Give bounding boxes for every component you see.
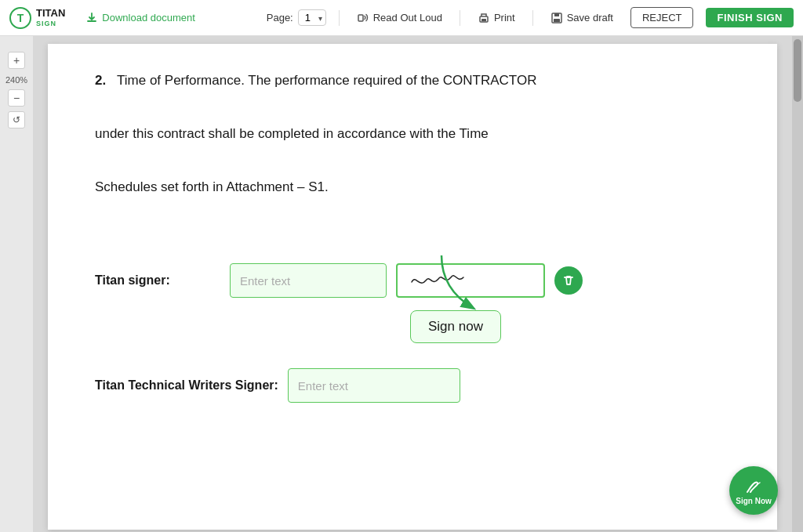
download-icon [85, 12, 98, 24]
save-icon [550, 12, 563, 24]
page-control: Page: 1 2 3 [267, 9, 326, 26]
zoom-in-button[interactable]: + [8, 52, 25, 69]
delete-signature-button[interactable] [554, 266, 583, 295]
print-icon [478, 12, 490, 24]
reject-button[interactable]: REJECT [630, 7, 694, 28]
sign-now-label: Sign now [428, 319, 483, 334]
signer1-text-input[interactable] [230, 263, 387, 298]
spacer [95, 224, 730, 255]
download-label: Download document [102, 12, 195, 24]
finish-sign-button[interactable]: FINISH SIGN [706, 8, 794, 27]
svg-rect-2 [358, 15, 363, 21]
separator2 [460, 10, 460, 26]
save-draft-button[interactable]: Save draft [546, 12, 618, 24]
main-area: + 240% − ↺ 2. Time of Performance. The p… [0, 36, 803, 532]
sign-now-box[interactable]: Sign now [410, 310, 501, 343]
read-aloud-icon [357, 12, 369, 24]
section-2: 2. Time of Performance. The performance … [95, 67, 730, 201]
sign-now-tooltip: Sign now [410, 310, 501, 343]
zoom-out-button[interactable]: − [8, 89, 25, 107]
separator [339, 10, 340, 26]
logo-text: TITAN [36, 8, 65, 19]
page-selector[interactable]: 1 2 3 [298, 9, 326, 26]
logo-sub: SIGN [36, 20, 65, 27]
svg-rect-7 [554, 19, 560, 22]
print-label: Print [494, 12, 515, 24]
titan-logo-icon: T [9, 7, 31, 29]
svg-rect-4 [481, 19, 486, 21]
topbar: T TITAN SIGN Download document Page: 1 2… [0, 0, 803, 36]
page-label: Page: [267, 12, 293, 24]
sign-now-fab-icon [744, 476, 763, 495]
trash-icon [561, 273, 576, 288]
logo-area: T TITAN SIGN [9, 7, 65, 29]
download-button[interactable]: Download document [85, 12, 195, 24]
print-button[interactable]: Print [473, 12, 520, 24]
para-num: 2. [95, 73, 106, 88]
save-draft-label: Save draft [567, 12, 613, 24]
signer2-row: Titan Technical Writers Signer: [95, 368, 730, 403]
separator3 [532, 10, 533, 26]
document-page: 2. Time of Performance. The performance … [48, 44, 777, 530]
document-area: 2. Time of Performance. The performance … [33, 36, 792, 532]
sign-now-fab-label: Sign Now [736, 497, 772, 505]
read-aloud-label: Read Out Loud [373, 12, 442, 24]
zoom-reset-button[interactable]: ↺ [8, 111, 25, 128]
section-2-text: 2. Time of Performance. The performance … [95, 67, 730, 201]
signer1-label: Titan signer: [95, 273, 220, 288]
svg-rect-6 [554, 13, 559, 16]
scrollbar[interactable] [792, 36, 803, 532]
sign-now-arrow [394, 252, 489, 314]
scroll-thumb[interactable] [794, 39, 801, 102]
read-aloud-button[interactable]: Read Out Loud [352, 12, 447, 24]
sign-now-fab[interactable]: Sign Now [729, 466, 778, 515]
signer2-text-input[interactable] [288, 368, 460, 403]
zoom-level: 240% [5, 75, 27, 85]
zoom-panel: + 240% − ↺ [0, 36, 33, 532]
page-select[interactable]: 1 2 3 [298, 9, 326, 26]
svg-text:T: T [17, 12, 24, 24]
signer2-label: Titan Technical Writers Signer: [95, 378, 278, 393]
